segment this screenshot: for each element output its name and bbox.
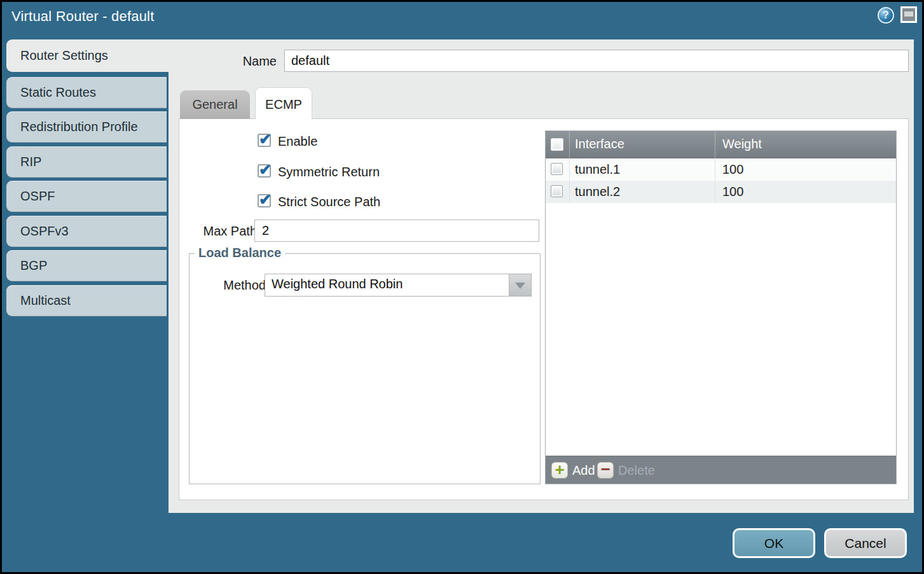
help-icon[interactable]: ? bbox=[878, 7, 894, 24]
column-divider bbox=[569, 131, 570, 158]
name-label: Name bbox=[223, 54, 277, 69]
tab-ecmp[interactable]: ECMP bbox=[255, 87, 312, 119]
symmetric-return-checkbox[interactable] bbox=[258, 164, 271, 178]
symmetric-return-label: Symmetric Return bbox=[278, 165, 380, 179]
delete-button[interactable]: − Delete bbox=[597, 461, 655, 479]
add-button-label: Add bbox=[572, 463, 595, 478]
strict-source-path-checkbox[interactable] bbox=[258, 194, 271, 207]
enable-checkbox[interactable] bbox=[258, 134, 271, 147]
sidebar-item-rip[interactable]: RIP bbox=[6, 146, 167, 178]
column-divider bbox=[569, 158, 570, 181]
sidebar-item-label: Static Routes bbox=[20, 85, 96, 100]
add-button[interactable]: + Add bbox=[551, 461, 595, 479]
sidebar-item-label: Redistribution Profile bbox=[20, 120, 138, 134]
sidebar-item-redistribution-profile[interactable]: Redistribution Profile bbox=[6, 111, 167, 143]
ok-button[interactable]: OK bbox=[733, 528, 815, 558]
delete-button-label: Delete bbox=[618, 463, 655, 478]
ecmp-interface-table: Interface Weight tunnel.1 100 tunnel.2 1… bbox=[545, 130, 897, 484]
sidebar-item-label: Multicast bbox=[20, 293, 71, 308]
sidebar-item-label: OSPF bbox=[20, 189, 55, 204]
table-footer: + Add − Delete bbox=[546, 456, 896, 484]
virtual-router-dialog: Virtual Router - default ? Router Settin… bbox=[0, 0, 924, 574]
sidebar-item-ospfv3[interactable]: OSPFv3 bbox=[6, 216, 167, 247]
cell-interface: tunnel.1 bbox=[575, 162, 620, 177]
sidebar-item-router-settings[interactable]: Router Settings bbox=[6, 39, 169, 72]
sidebar-item-multicast[interactable]: Multicast bbox=[6, 285, 167, 316]
select-all-checkbox[interactable] bbox=[551, 138, 563, 151]
table-row[interactable]: tunnel.1 100 bbox=[546, 158, 896, 181]
method-label: Method bbox=[218, 278, 266, 293]
column-header-weight: Weight bbox=[722, 137, 762, 151]
cell-weight: 100 bbox=[722, 185, 743, 199]
chevron-down-icon[interactable] bbox=[509, 274, 531, 296]
cell-interface: tunnel.2 bbox=[575, 185, 620, 199]
column-divider bbox=[715, 181, 715, 203]
dialog-title: Virtual Router - default bbox=[11, 8, 155, 25]
method-select[interactable]: Weighted Round Robin bbox=[265, 274, 532, 297]
window-restore-icon[interactable] bbox=[900, 6, 917, 23]
column-header-interface: Interface bbox=[575, 137, 624, 151]
sidebar-item-bgp[interactable]: BGP bbox=[6, 250, 167, 281]
load-balance-fieldset: Load Balance Method Weighted Round Robin bbox=[189, 253, 541, 484]
sidebar-item-label: BGP bbox=[20, 258, 47, 273]
column-divider bbox=[715, 158, 715, 181]
max-path-input[interactable] bbox=[254, 220, 539, 242]
row-checkbox[interactable] bbox=[551, 163, 563, 175]
cancel-button[interactable]: Cancel bbox=[824, 528, 907, 558]
max-path-label: Max Path bbox=[184, 224, 257, 239]
cell-weight: 100 bbox=[722, 162, 743, 177]
minus-icon: − bbox=[597, 462, 614, 479]
tab-general[interactable]: General bbox=[180, 90, 250, 119]
sidebar-item-label: Router Settings bbox=[20, 48, 108, 63]
enable-label: Enable bbox=[278, 134, 317, 149]
plus-icon: + bbox=[551, 462, 568, 479]
sidebar-item-ospf[interactable]: OSPF bbox=[6, 181, 167, 212]
table-header: Interface Weight bbox=[546, 131, 896, 158]
strict-source-path-label: Strict Source Path bbox=[278, 195, 380, 209]
table-row[interactable]: tunnel.2 100 bbox=[546, 181, 896, 203]
sidebar-item-label: RIP bbox=[20, 155, 41, 169]
method-value: Weighted Round Robin bbox=[272, 277, 403, 291]
window-restore-icon-pane bbox=[904, 11, 913, 17]
row-checkbox[interactable] bbox=[551, 185, 563, 197]
sidebar-item-label: OSPFv3 bbox=[20, 224, 69, 239]
load-balance-legend: Load Balance bbox=[195, 246, 285, 260]
sidebar-item-static-routes[interactable]: Static Routes bbox=[6, 77, 167, 108]
column-divider bbox=[569, 181, 570, 203]
name-input[interactable] bbox=[284, 50, 909, 72]
column-divider bbox=[715, 131, 715, 158]
